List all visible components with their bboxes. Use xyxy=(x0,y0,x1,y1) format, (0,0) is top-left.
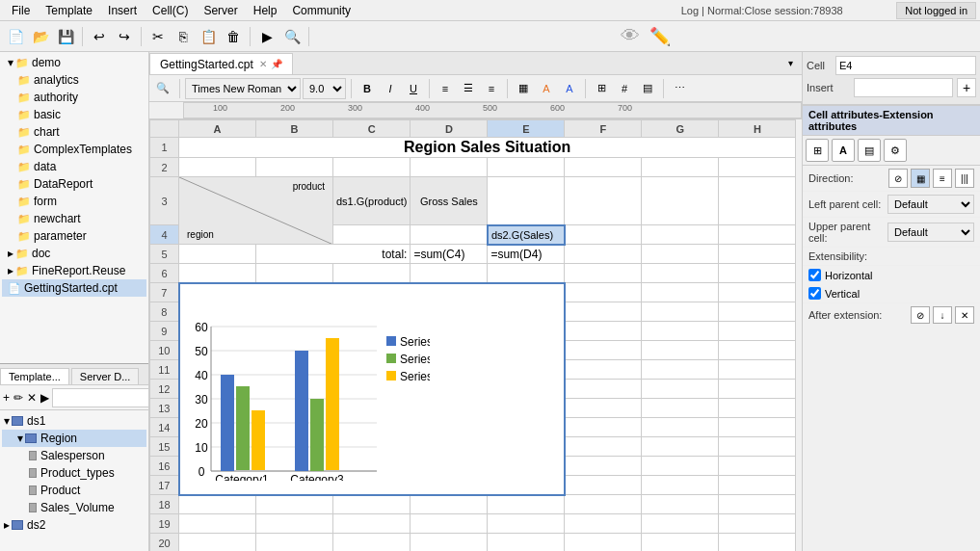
cut-button[interactable]: ✂ xyxy=(146,25,170,48)
cell-H20[interactable] xyxy=(719,534,796,552)
delete-ds-button[interactable]: ✕ xyxy=(26,388,38,407)
attr-table-btn[interactable]: ⊞ xyxy=(806,139,829,162)
fill-color-button[interactable]: A xyxy=(536,78,557,99)
attr-layout-btn[interactable]: ▤ xyxy=(858,139,881,162)
col-header-C[interactable]: C xyxy=(333,120,411,138)
after-ext-delete-btn[interactable]: ✕ xyxy=(955,306,974,324)
tree-item-doc[interactable]: ▸ 📁 doc xyxy=(2,245,146,262)
tree-item-form[interactable]: 📁 form xyxy=(2,193,146,210)
cell-F6[interactable] xyxy=(565,264,642,283)
tab-menu-button[interactable]: ▾ xyxy=(779,52,802,74)
cell-A6[interactable] xyxy=(179,264,256,283)
cell-G3[interactable] xyxy=(642,177,719,225)
cell-D4[interactable] xyxy=(411,225,488,245)
cell-G4[interactable] xyxy=(642,225,719,245)
product-item[interactable]: Product xyxy=(2,482,146,499)
cell-A18[interactable] xyxy=(179,495,256,514)
cell-C19[interactable] xyxy=(333,514,411,534)
cell-B5[interactable]: total: xyxy=(256,245,411,264)
cell-H11[interactable] xyxy=(719,360,796,380)
cell-A19[interactable] xyxy=(179,514,256,534)
cell-H13[interactable] xyxy=(719,399,796,418)
cell-E4[interactable]: ds2.G(Sales) xyxy=(488,225,565,245)
col-header-A[interactable]: A xyxy=(179,120,256,138)
attr-text-btn[interactable]: A xyxy=(832,139,855,162)
direction-grid-btn[interactable]: ▦ xyxy=(911,169,930,188)
col-header-F[interactable]: F xyxy=(565,120,642,138)
cell-H16[interactable] xyxy=(719,457,796,476)
menu-item-insert[interactable]: Insert xyxy=(100,2,145,19)
region-table-item[interactable]: ▾ Region xyxy=(2,430,146,447)
cell-F10[interactable] xyxy=(565,341,642,360)
font-size-select[interactable]: 9.0 xyxy=(303,78,346,99)
cell-C4[interactable] xyxy=(333,225,411,245)
insert-input[interactable] xyxy=(854,78,953,97)
horizontal-checkbox[interactable] xyxy=(808,269,821,281)
cell-E3[interactable] xyxy=(488,177,565,225)
product-types-item[interactable]: Product_types xyxy=(2,464,146,482)
cell-G8[interactable] xyxy=(642,302,719,322)
diagonal-header-cell[interactable]: product region xyxy=(179,177,333,245)
cell-B6[interactable] xyxy=(256,264,333,283)
cell-F18[interactable] xyxy=(565,495,642,514)
tree-item-chart[interactable]: 📁 chart xyxy=(2,123,146,141)
left-parent-select[interactable]: Default xyxy=(887,195,974,214)
tab-gettingstarted[interactable]: GettingStarted.cpt ✕ 📌 xyxy=(149,53,293,74)
tree-item-gettingstarted[interactable]: 📄 GettingStarted.cpt xyxy=(2,279,146,297)
menu-item-file[interactable]: File xyxy=(4,2,38,19)
ds1-item[interactable]: ▾ ds1 xyxy=(2,412,146,430)
merge-button[interactable]: ⊞ xyxy=(591,78,612,99)
save-button[interactable]: 💾 xyxy=(54,25,77,48)
tree-item-basic[interactable]: 📁 basic xyxy=(2,106,146,123)
cell-C20[interactable] xyxy=(333,534,411,552)
cell-F13[interactable] xyxy=(565,399,642,418)
col-header-H[interactable]: H xyxy=(719,120,796,138)
tree-item-finereport[interactable]: ▸ 📁 FineReport.Reuse xyxy=(2,262,146,279)
bold-button[interactable]: B xyxy=(357,78,378,99)
cell-F8[interactable] xyxy=(565,302,642,322)
preview-ds-button[interactable]: ▶ xyxy=(40,388,50,407)
cell-F15[interactable] xyxy=(565,437,642,457)
font-color-button[interactable]: A xyxy=(559,78,580,99)
after-ext-none-btn[interactable]: ⊘ xyxy=(911,306,930,324)
cell-D6[interactable] xyxy=(411,264,488,283)
cell-E20[interactable] xyxy=(488,534,565,552)
cell-F12[interactable] xyxy=(565,380,642,399)
cell-H14[interactable] xyxy=(719,418,796,437)
cell-G14[interactable] xyxy=(642,418,719,437)
cell-C18[interactable] xyxy=(333,495,411,514)
ds2-item[interactable]: ▸ ds2 xyxy=(2,516,146,534)
cell-C6[interactable] xyxy=(333,264,411,283)
cell-D5[interactable]: =sum(C4) xyxy=(411,245,488,264)
cell-F3[interactable] xyxy=(565,177,642,225)
cell-H4[interactable] xyxy=(719,225,796,245)
cell-G5[interactable] xyxy=(642,245,719,264)
upper-parent-select[interactable]: Default xyxy=(887,223,974,242)
cell-F19[interactable] xyxy=(565,514,642,534)
cell-H9[interactable] xyxy=(719,322,796,341)
menu-item-community[interactable]: Community xyxy=(284,2,358,19)
cell-F16[interactable] xyxy=(565,457,642,476)
condition-button[interactable]: ▤ xyxy=(637,78,658,99)
tree-item-complextemplates[interactable]: 📁 ComplexTemplates xyxy=(2,141,146,158)
align-left-button[interactable]: ≡ xyxy=(435,78,456,99)
chart-cell[interactable]: 0 10 20 30 40 50 60 xyxy=(179,283,565,495)
cell-B19[interactable] xyxy=(256,514,333,534)
cell-G15[interactable] xyxy=(642,437,719,457)
cell-value-input[interactable] xyxy=(835,56,976,75)
add-ds-button[interactable]: + xyxy=(2,388,11,407)
cell-H19[interactable] xyxy=(719,514,796,534)
cell-G6[interactable] xyxy=(642,264,719,283)
direction-row-btn[interactable]: ≡ xyxy=(933,169,952,188)
format-num-button[interactable]: # xyxy=(614,78,635,99)
italic-button[interactable]: I xyxy=(380,78,401,99)
cell-A2[interactable] xyxy=(179,158,256,177)
cell-H6[interactable] xyxy=(719,264,796,283)
cell-G13[interactable] xyxy=(642,399,719,418)
direction-col-btn[interactable]: ||| xyxy=(955,169,974,188)
cell-F20[interactable] xyxy=(565,534,642,552)
format-preview-btn[interactable]: 🔍 xyxy=(151,77,174,100)
edit-ds-button[interactable]: ✏ xyxy=(13,388,24,407)
cell-F11[interactable] xyxy=(565,360,642,380)
cell-E18[interactable] xyxy=(488,495,565,514)
